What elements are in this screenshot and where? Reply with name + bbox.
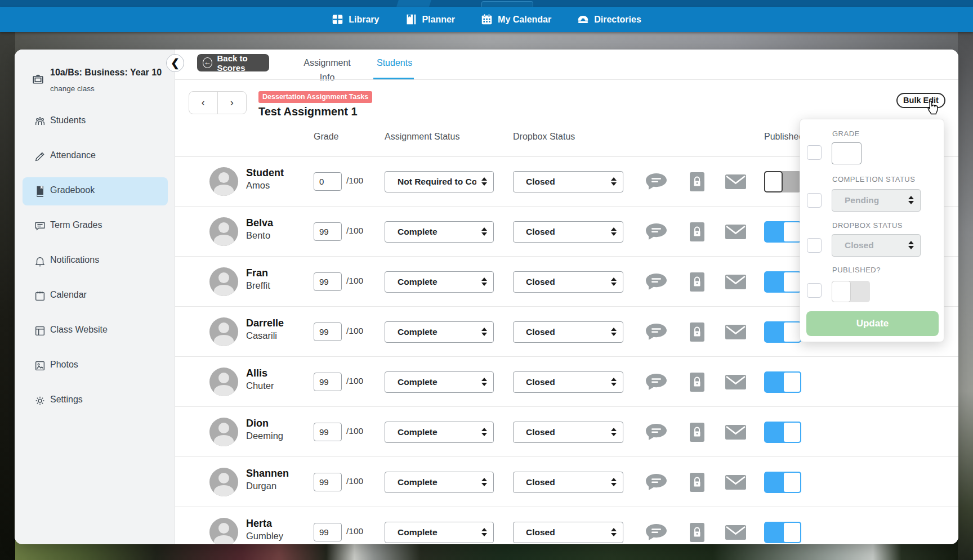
collapse-sidebar-button[interactable]: ❮ [166,54,184,72]
envelope-icon[interactable] [725,425,746,440]
class-title: 10a/Bs: Business: Year 10 [50,67,168,78]
student-last-name: Bento [246,230,273,241]
grade-denominator: /100 [346,326,363,336]
tab-assignment-info[interactable]: Assignment Info [296,56,358,70]
comment-icon[interactable] [646,274,667,290]
nav-item-my-calendar[interactable]: My Calendar [481,14,551,25]
assignment-status-select[interactable]: Complete [385,371,494,393]
grade-input[interactable] [314,222,342,241]
envelope-icon[interactable] [725,275,746,289]
comment-icon[interactable] [646,374,667,391]
change-class-link[interactable]: change class [50,84,95,93]
dropbox-status-select[interactable]: Closed [513,422,623,443]
nav-item-planner[interactable]: Planner [405,14,455,25]
lock-icon[interactable] [690,523,704,542]
sidebar-item-class-website[interactable]: Class Website [23,317,168,345]
grade-input[interactable] [314,373,342,391]
bulk-dropbox-select[interactable]: Closed [832,234,921,257]
envelope-icon[interactable] [725,325,746,339]
envelope-icon[interactable] [725,174,746,189]
published-toggle[interactable] [764,422,801,443]
grade-checkbox[interactable] [807,145,822,160]
assignment-status-select[interactable]: Not Required to Complete [385,171,494,192]
comment-icon[interactable] [646,223,667,240]
dropbox-status-select[interactable]: Closed [513,271,623,293]
comment-icon[interactable] [646,524,667,541]
dropbox-status-label: DROPBOX STATUS [832,221,903,230]
grade-input[interactable] [314,272,342,291]
bulk-grade-input[interactable] [832,142,862,164]
published-toggle[interactable] [764,472,801,493]
sidebar-item-photos[interactable]: Photos [23,352,168,380]
nav-item-library[interactable]: Library [332,14,379,25]
assignment-status-select[interactable]: Complete [385,422,494,443]
lock-icon[interactable] [690,322,704,342]
bulk-edit-popup: GRADE COMPLETION STATUS Pending DROPBOX … [800,119,944,342]
dropbox-status-select[interactable]: Closed [513,371,623,393]
published-checkbox[interactable] [807,283,822,298]
tab-students[interactable]: Students [377,56,410,70]
grade-input[interactable] [314,322,342,341]
grade-input[interactable] [314,423,342,441]
lock-icon[interactable] [690,423,704,442]
lock-icon[interactable] [690,272,704,292]
update-button[interactable]: Update [806,311,939,336]
stepper-icon [481,277,487,286]
table-row: Allis Chuter /100 Complete Closed [175,357,958,407]
sidebar-item-calendar[interactable]: Calendar [23,282,168,310]
published-toggle[interactable] [764,221,801,243]
student-first-name: Herta [246,518,283,530]
grade-input[interactable] [314,172,342,191]
sidebar-item-attendance[interactable]: Attendance [23,142,168,171]
dropbox-status-select[interactable]: Closed [513,522,623,543]
student-last-name: Casarili [246,330,284,341]
comment-icon[interactable] [646,474,667,491]
sidebar-item-gradebook[interactable]: Gradebook [23,177,168,205]
assignment-status-select[interactable]: Complete [385,522,494,543]
dropbox-status-select[interactable]: Closed [513,321,623,343]
sidebar-item-notifications[interactable]: Notifications [23,247,168,275]
prev-assignment-button[interactable]: ‹ [189,92,218,114]
dropbox-status-checkbox[interactable] [807,238,822,253]
bulk-published-toggle[interactable] [832,281,870,302]
comment-icon[interactable] [646,424,667,441]
lock-icon[interactable] [690,473,704,492]
grade-input[interactable] [314,473,342,491]
back-to-scores-button[interactable]: ← Back to Scores [197,54,269,71]
assignment-status-select[interactable]: Complete [385,321,494,343]
published-toggle[interactable] [764,371,801,393]
dropbox-status-select[interactable]: Closed [513,221,623,243]
published-toggle[interactable] [764,321,801,343]
lock-icon[interactable] [690,172,704,191]
assignment-status-select[interactable]: Complete [385,221,494,243]
dropbox-status-select[interactable]: Closed [513,171,623,192]
sidebar-item-settings[interactable]: Settings [23,387,168,415]
student-first-name: Belva [246,217,273,229]
comment-icon[interactable] [646,173,667,190]
lock-icon[interactable] [690,222,704,241]
envelope-icon[interactable] [725,475,746,490]
grade-input[interactable] [314,523,342,541]
dropbox-status-select[interactable]: Closed [513,472,623,493]
next-assignment-button[interactable]: › [218,92,247,114]
lock-icon[interactable] [690,373,704,392]
comment-icon[interactable] [646,324,667,341]
top-banner-strip [0,0,973,7]
assignment-status-select[interactable]: Complete [385,472,494,493]
published-toggle[interactable] [764,171,801,192]
nav-item-directories[interactable]: Directories [577,14,641,25]
background-photo-left [0,32,15,560]
envelope-icon[interactable] [725,225,746,239]
envelope-icon[interactable] [725,525,746,540]
stepper-icon [481,177,487,186]
envelope-icon[interactable] [725,375,746,389]
published-toggle[interactable] [764,271,801,293]
sidebar-item-students[interactable]: Students [23,107,168,136]
published-toggle[interactable] [764,522,801,543]
bulk-edit-button[interactable]: Bulk Edit [896,93,945,108]
sidebar-item-term-grades[interactable]: Term Grades [23,212,168,240]
bulk-completion-select[interactable]: Pending [832,189,921,212]
grade-denominator: /100 [346,376,363,386]
assignment-status-select[interactable]: Complete [385,271,494,293]
completion-status-checkbox[interactable] [807,193,822,208]
